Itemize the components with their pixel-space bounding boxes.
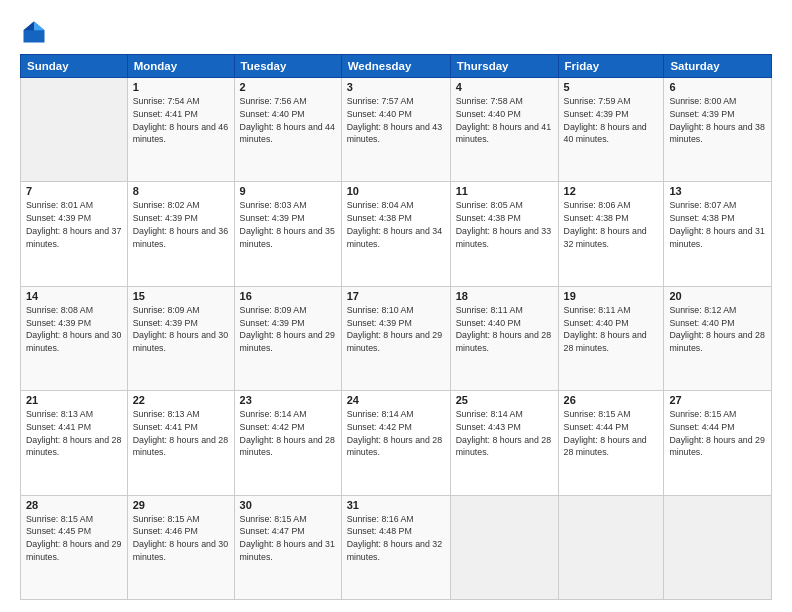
weekday-header: Wednesday (341, 55, 450, 78)
day-number: 21 (26, 394, 122, 406)
day-detail: Sunrise: 8:10 AMSunset: 4:39 PMDaylight:… (347, 304, 445, 355)
day-number: 24 (347, 394, 445, 406)
calendar-cell: 6Sunrise: 8:00 AMSunset: 4:39 PMDaylight… (664, 78, 772, 182)
day-detail: Sunrise: 8:16 AMSunset: 4:48 PMDaylight:… (347, 513, 445, 564)
logo-icon (20, 18, 48, 46)
calendar-cell: 26Sunrise: 8:15 AMSunset: 4:44 PMDayligh… (558, 391, 664, 495)
calendar-cell: 3Sunrise: 7:57 AMSunset: 4:40 PMDaylight… (341, 78, 450, 182)
logo (20, 18, 52, 46)
day-number: 3 (347, 81, 445, 93)
svg-marker-1 (34, 22, 45, 31)
calendar-cell: 17Sunrise: 8:10 AMSunset: 4:39 PMDayligh… (341, 286, 450, 390)
calendar-cell: 10Sunrise: 8:04 AMSunset: 4:38 PMDayligh… (341, 182, 450, 286)
calendar-cell: 21Sunrise: 8:13 AMSunset: 4:41 PMDayligh… (21, 391, 128, 495)
calendar: SundayMondayTuesdayWednesdayThursdayFrid… (20, 54, 772, 600)
weekday-header: Saturday (664, 55, 772, 78)
day-number: 20 (669, 290, 766, 302)
day-number: 1 (133, 81, 229, 93)
day-detail: Sunrise: 8:12 AMSunset: 4:40 PMDaylight:… (669, 304, 766, 355)
calendar-cell: 19Sunrise: 8:11 AMSunset: 4:40 PMDayligh… (558, 286, 664, 390)
day-detail: Sunrise: 8:00 AMSunset: 4:39 PMDaylight:… (669, 95, 766, 146)
calendar-cell (21, 78, 128, 182)
day-number: 31 (347, 499, 445, 511)
calendar-cell: 7Sunrise: 8:01 AMSunset: 4:39 PMDaylight… (21, 182, 128, 286)
weekday-header: Friday (558, 55, 664, 78)
day-number: 26 (564, 394, 659, 406)
calendar-cell: 5Sunrise: 7:59 AMSunset: 4:39 PMDaylight… (558, 78, 664, 182)
calendar-cell: 31Sunrise: 8:16 AMSunset: 4:48 PMDayligh… (341, 495, 450, 599)
calendar-cell: 1Sunrise: 7:54 AMSunset: 4:41 PMDaylight… (127, 78, 234, 182)
day-detail: Sunrise: 8:09 AMSunset: 4:39 PMDaylight:… (133, 304, 229, 355)
calendar-cell (450, 495, 558, 599)
day-detail: Sunrise: 8:15 AMSunset: 4:45 PMDaylight:… (26, 513, 122, 564)
calendar-cell: 22Sunrise: 8:13 AMSunset: 4:41 PMDayligh… (127, 391, 234, 495)
calendar-cell: 8Sunrise: 8:02 AMSunset: 4:39 PMDaylight… (127, 182, 234, 286)
day-number: 28 (26, 499, 122, 511)
day-detail: Sunrise: 8:13 AMSunset: 4:41 PMDaylight:… (133, 408, 229, 459)
day-detail: Sunrise: 7:59 AMSunset: 4:39 PMDaylight:… (564, 95, 659, 146)
day-number: 2 (240, 81, 336, 93)
day-number: 12 (564, 185, 659, 197)
calendar-cell: 29Sunrise: 8:15 AMSunset: 4:46 PMDayligh… (127, 495, 234, 599)
calendar-cell: 30Sunrise: 8:15 AMSunset: 4:47 PMDayligh… (234, 495, 341, 599)
header (20, 18, 772, 46)
weekday-header: Monday (127, 55, 234, 78)
day-detail: Sunrise: 8:14 AMSunset: 4:42 PMDaylight:… (347, 408, 445, 459)
day-detail: Sunrise: 8:08 AMSunset: 4:39 PMDaylight:… (26, 304, 122, 355)
day-number: 16 (240, 290, 336, 302)
calendar-cell: 12Sunrise: 8:06 AMSunset: 4:38 PMDayligh… (558, 182, 664, 286)
day-number: 29 (133, 499, 229, 511)
calendar-cell: 4Sunrise: 7:58 AMSunset: 4:40 PMDaylight… (450, 78, 558, 182)
weekday-header: Thursday (450, 55, 558, 78)
calendar-cell: 23Sunrise: 8:14 AMSunset: 4:42 PMDayligh… (234, 391, 341, 495)
day-detail: Sunrise: 8:09 AMSunset: 4:39 PMDaylight:… (240, 304, 336, 355)
day-detail: Sunrise: 7:56 AMSunset: 4:40 PMDaylight:… (240, 95, 336, 146)
day-detail: Sunrise: 8:05 AMSunset: 4:38 PMDaylight:… (456, 199, 553, 250)
day-detail: Sunrise: 7:54 AMSunset: 4:41 PMDaylight:… (133, 95, 229, 146)
calendar-cell: 16Sunrise: 8:09 AMSunset: 4:39 PMDayligh… (234, 286, 341, 390)
day-number: 6 (669, 81, 766, 93)
day-detail: Sunrise: 8:03 AMSunset: 4:39 PMDaylight:… (240, 199, 336, 250)
day-detail: Sunrise: 8:07 AMSunset: 4:38 PMDaylight:… (669, 199, 766, 250)
weekday-header: Tuesday (234, 55, 341, 78)
day-detail: Sunrise: 8:15 AMSunset: 4:44 PMDaylight:… (669, 408, 766, 459)
day-number: 22 (133, 394, 229, 406)
day-number: 18 (456, 290, 553, 302)
calendar-cell: 28Sunrise: 8:15 AMSunset: 4:45 PMDayligh… (21, 495, 128, 599)
calendar-cell: 25Sunrise: 8:14 AMSunset: 4:43 PMDayligh… (450, 391, 558, 495)
calendar-cell: 9Sunrise: 8:03 AMSunset: 4:39 PMDaylight… (234, 182, 341, 286)
page: SundayMondayTuesdayWednesdayThursdayFrid… (0, 0, 792, 612)
day-number: 8 (133, 185, 229, 197)
calendar-cell: 11Sunrise: 8:05 AMSunset: 4:38 PMDayligh… (450, 182, 558, 286)
calendar-cell: 2Sunrise: 7:56 AMSunset: 4:40 PMDaylight… (234, 78, 341, 182)
weekday-header: Sunday (21, 55, 128, 78)
day-number: 27 (669, 394, 766, 406)
day-detail: Sunrise: 8:04 AMSunset: 4:38 PMDaylight:… (347, 199, 445, 250)
day-number: 15 (133, 290, 229, 302)
calendar-cell: 14Sunrise: 8:08 AMSunset: 4:39 PMDayligh… (21, 286, 128, 390)
day-number: 10 (347, 185, 445, 197)
svg-marker-2 (24, 22, 35, 31)
calendar-cell: 15Sunrise: 8:09 AMSunset: 4:39 PMDayligh… (127, 286, 234, 390)
day-number: 30 (240, 499, 336, 511)
calendar-cell: 18Sunrise: 8:11 AMSunset: 4:40 PMDayligh… (450, 286, 558, 390)
day-detail: Sunrise: 8:01 AMSunset: 4:39 PMDaylight:… (26, 199, 122, 250)
day-number: 19 (564, 290, 659, 302)
day-detail: Sunrise: 8:02 AMSunset: 4:39 PMDaylight:… (133, 199, 229, 250)
day-number: 11 (456, 185, 553, 197)
calendar-cell: 27Sunrise: 8:15 AMSunset: 4:44 PMDayligh… (664, 391, 772, 495)
day-detail: Sunrise: 8:15 AMSunset: 4:46 PMDaylight:… (133, 513, 229, 564)
calendar-cell (558, 495, 664, 599)
day-number: 25 (456, 394, 553, 406)
day-detail: Sunrise: 8:11 AMSunset: 4:40 PMDaylight:… (564, 304, 659, 355)
day-number: 4 (456, 81, 553, 93)
day-number: 14 (26, 290, 122, 302)
day-number: 7 (26, 185, 122, 197)
day-number: 23 (240, 394, 336, 406)
calendar-cell: 24Sunrise: 8:14 AMSunset: 4:42 PMDayligh… (341, 391, 450, 495)
day-detail: Sunrise: 8:14 AMSunset: 4:43 PMDaylight:… (456, 408, 553, 459)
day-detail: Sunrise: 8:11 AMSunset: 4:40 PMDaylight:… (456, 304, 553, 355)
day-detail: Sunrise: 7:58 AMSunset: 4:40 PMDaylight:… (456, 95, 553, 146)
calendar-cell: 13Sunrise: 8:07 AMSunset: 4:38 PMDayligh… (664, 182, 772, 286)
calendar-cell (664, 495, 772, 599)
